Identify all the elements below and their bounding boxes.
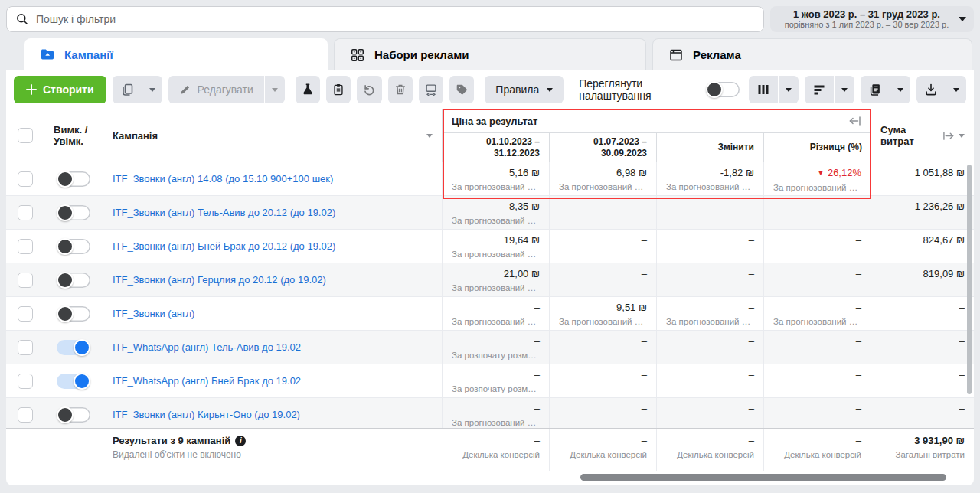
columns-button[interactable] [749, 76, 778, 103]
amount-column-header[interactable]: Сума витрат [871, 109, 974, 162]
sort-caret-icon [426, 134, 433, 138]
chevron-down-icon [547, 88, 553, 92]
campaign-link[interactable]: ITF_WhatsApp (англ) Тель-Авив до 19.02 [113, 341, 301, 353]
date-range-picker[interactable]: 1 жов 2023 р. – 31 груд 2023 р. порівнян… [770, 6, 974, 32]
campaign-status-toggle[interactable] [57, 407, 90, 423]
ad-sets-grid-icon [350, 47, 365, 63]
select-all-checkbox[interactable] [18, 128, 33, 143]
table-row: ITF_Звонки (англ) Герцлия до 20.12 (до 1… [6, 263, 974, 297]
embed-export-button[interactable] [419, 76, 443, 103]
period-column-header[interactable]: 01.07.2023 – 30.09.2023 [550, 133, 657, 162]
summary-title: Результати з 9 кампаній [113, 435, 230, 446]
plus-icon [26, 84, 37, 95]
row-checkbox[interactable] [18, 340, 33, 355]
chevron-down-icon [897, 88, 903, 92]
reports-button[interactable] [861, 76, 890, 103]
review-settings-toggle[interactable] [706, 82, 740, 97]
columns-icon [757, 83, 769, 96]
campaign-link[interactable]: ITF_Звонки (англ) [113, 308, 194, 319]
table-summary-row: Результати з 9 кампаній i Видалені об'єк… [6, 428, 974, 471]
level-tabs: Кампанії Набори реклами Реклама [24, 38, 972, 70]
campaign-status-toggle[interactable] [57, 239, 90, 254]
chevron-down-icon [272, 88, 278, 92]
export-menu-button[interactable] [946, 76, 966, 103]
ab-test-button[interactable] [296, 76, 320, 103]
duplicate-menu-button[interactable] [142, 76, 162, 103]
edit-button[interactable]: Редагувати [168, 76, 264, 103]
row-checkbox[interactable] [18, 306, 33, 322]
search-input[interactable] [36, 13, 754, 25]
clipboard-button[interactable] [326, 76, 351, 103]
chevron-down-icon [959, 17, 966, 21]
change-column-header[interactable]: Змінити [657, 133, 764, 162]
breakdown-menu-button[interactable] [835, 76, 854, 103]
decrease-icon: ▼ [817, 167, 825, 179]
campaign-status-toggle[interactable] [57, 374, 90, 389]
duplicate-icon [120, 83, 134, 96]
toolbar: Створити Редагувати [6, 70, 974, 109]
row-checkbox[interactable] [18, 171, 33, 187]
ads-frame-icon [668, 47, 684, 63]
campaign-status-toggle[interactable] [57, 171, 90, 187]
campaign-link[interactable]: ITF_WhatsApp (англ) Бней Брак до 19.02 [113, 375, 301, 387]
row-checkbox[interactable] [18, 374, 33, 389]
row-checkbox[interactable] [18, 273, 33, 288]
campaign-link[interactable]: ITF_Звонки (англ) Бней Брак до 20.12 (до… [113, 240, 335, 252]
chevron-down-icon [786, 88, 792, 92]
tab-label: Набори реклами [374, 48, 469, 61]
campaign-link[interactable]: ITF_Звонки (англ) Герцлия до 20.12 (до 1… [113, 274, 326, 286]
row-checkbox[interactable] [18, 239, 33, 254]
table-row: ITF_Звонки (англ) –За прогнозований клі…… [6, 297, 974, 331]
collapse-column-icon[interactable] [849, 116, 861, 126]
campaigns-panel: Створити Редагувати [6, 70, 974, 485]
embed-icon [424, 83, 438, 96]
sort-caret-icon [959, 134, 965, 138]
campaign-status-toggle[interactable] [57, 205, 90, 220]
vertical-scrollbar[interactable] [967, 165, 972, 394]
campaigns-folder-icon [40, 47, 55, 62]
pin-column-icon[interactable] [942, 131, 954, 141]
info-icon[interactable]: i [235, 436, 246, 446]
chevron-down-icon [953, 88, 959, 92]
rules-button[interactable]: Правила [485, 76, 564, 103]
flask-icon [301, 83, 315, 96]
edit-menu-button[interactable] [265, 76, 285, 103]
create-button[interactable]: Створити [14, 76, 106, 103]
breakdown-button[interactable] [805, 76, 834, 103]
search-bar[interactable] [6, 6, 764, 32]
total-spend: 3 931,90 ₪ [880, 435, 965, 447]
campaign-column-header[interactable]: Кампанія [103, 109, 443, 162]
diff-column-header[interactable]: Різниця (%) [764, 133, 871, 162]
campaign-link[interactable]: ITF_Звонки (англ) Тель-Авив до 20.12 (до… [113, 207, 335, 218]
tag-button[interactable] [449, 76, 474, 103]
campaign-link[interactable]: ITF_Звонки (англ) 14.08 (до 15.10 900+10… [113, 173, 333, 184]
period-column-header[interactable]: 01.10.2023 – 31.12.2023 [443, 133, 550, 162]
top-bar: 1 жов 2023 р. – 31 груд 2023 р. порівнян… [0, 0, 980, 32]
campaign-status-toggle[interactable] [57, 340, 90, 355]
clipboard-icon [332, 83, 345, 96]
download-icon [924, 83, 938, 96]
undo-button[interactable] [357, 76, 381, 103]
tag-icon [455, 83, 469, 96]
delete-button[interactable] [388, 76, 413, 103]
columns-menu-button[interactable] [779, 76, 799, 103]
row-checkbox[interactable] [18, 205, 33, 220]
horizontal-scrollbar[interactable] [580, 474, 946, 481]
cost-per-result-group: Ціна за результат 01.10.2023 – 31.12.202… [443, 109, 871, 162]
date-range-label: 1 жов 2023 р. – 31 груд 2023 р. [781, 8, 952, 20]
campaign-status-toggle[interactable] [57, 306, 90, 322]
toggle-column-header: Вимк. / Увімк. [44, 109, 103, 162]
export-button[interactable] [916, 76, 946, 103]
summary-subtitle: Видалені об'єкти не включено [113, 449, 433, 460]
date-compare-label: порівняно з 1 лип 2023 р. – 30 вер 2023 … [781, 20, 952, 30]
tab-ads[interactable]: Реклама [652, 38, 972, 70]
breakdown-icon [813, 83, 825, 96]
tab-campaigns[interactable]: Кампанії [24, 38, 328, 70]
campaign-link[interactable]: ITF_Звонки (англ) Кирьят-Оно (до 19.02) [113, 409, 300, 420]
tab-ad-sets[interactable]: Набори реклами [334, 38, 646, 70]
table-header: Вимк. / Увімк. Кампанія Ціна за результа… [6, 109, 974, 162]
campaign-status-toggle[interactable] [57, 273, 90, 288]
reports-menu-button[interactable] [890, 76, 910, 103]
duplicate-button[interactable] [113, 76, 142, 103]
row-checkbox[interactable] [18, 407, 33, 423]
